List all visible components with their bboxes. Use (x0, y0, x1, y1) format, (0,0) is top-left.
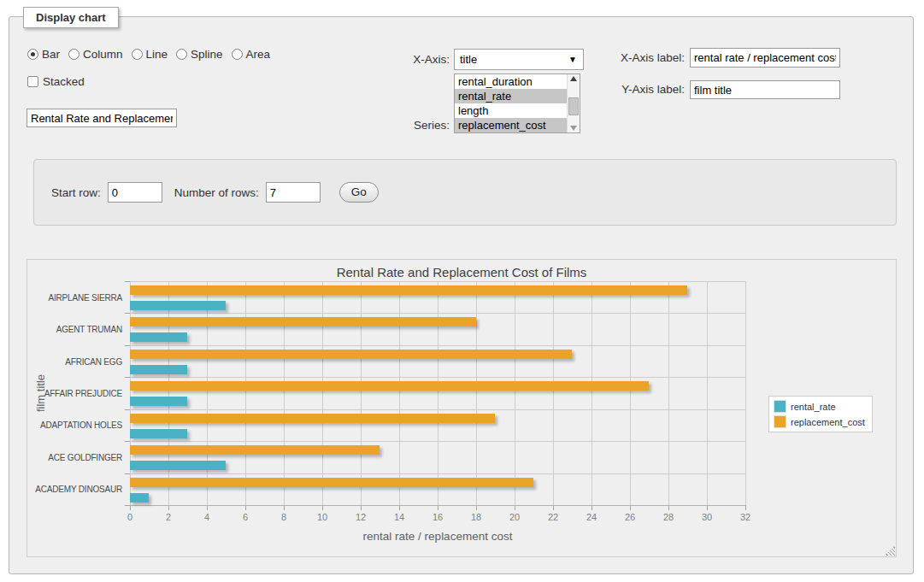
gridline (130, 281, 745, 282)
stacked-label: Stacked (43, 75, 85, 88)
bar-replacement_cost (130, 478, 533, 487)
x-tick-label: 22 (548, 512, 558, 522)
x-axis-select-label: X-Axis: (334, 53, 450, 66)
x-tick-label: 0 (127, 512, 132, 522)
category-label: ACE GOLDFINGER (48, 452, 122, 461)
x-tick-label: 12 (356, 512, 366, 522)
resize-handle-icon[interactable] (885, 545, 895, 556)
series-option[interactable]: length (455, 103, 567, 118)
x-tick-label: 18 (471, 512, 481, 522)
bar-replacement_cost (130, 350, 572, 359)
gridline (130, 473, 745, 474)
y-tick-mark (125, 409, 130, 410)
x-tick-label: 20 (509, 512, 520, 522)
y-axis-label-label: Y-Axis label: (561, 83, 685, 96)
stacked-checkbox[interactable] (27, 76, 38, 87)
chart-type-radio-label: Line (146, 48, 168, 61)
y-tick-mark (125, 441, 130, 442)
stacked-checkbox-row[interactable]: Stacked (27, 75, 85, 88)
y-axis-label-input[interactable] (690, 80, 840, 99)
scroll-down-icon[interactable] (570, 126, 577, 131)
y-tick-mark (125, 281, 130, 282)
radio-icon[interactable] (132, 49, 143, 60)
x-tick-label: 10 (317, 512, 327, 522)
chart-type-radio-column[interactable]: Column (68, 48, 123, 61)
legend-swatch (774, 416, 786, 427)
radio-icon[interactable] (68, 49, 79, 60)
x-tick-label: 24 (586, 512, 597, 522)
gridline (553, 281, 554, 505)
gridline (668, 281, 669, 505)
gridline (438, 281, 438, 505)
category-label: ADAPTATION HOLES (40, 420, 122, 430)
x-tick-label: 28 (663, 512, 674, 522)
gridline (245, 281, 246, 505)
x-tick-label: 32 (740, 512, 750, 522)
gridline (207, 281, 208, 505)
x-axis-label-label: X-Axis label: (561, 51, 685, 64)
x-tick-label: 2 (166, 512, 171, 522)
gridline (745, 281, 746, 505)
legend-item: rental_rate (774, 401, 865, 412)
x-axis-label-input[interactable] (690, 48, 840, 68)
gridline (130, 441, 745, 442)
gridline (476, 281, 477, 505)
gridline (399, 281, 400, 505)
chart-legend: rental_ratereplacement_cost (768, 396, 873, 432)
bar-rental_rate (130, 461, 226, 470)
x-tick-label: 4 (204, 512, 209, 522)
go-button[interactable]: Go (339, 182, 379, 203)
series-select-label: Series: (334, 119, 450, 132)
chart-title-input[interactable] (26, 109, 177, 127)
y-tick-mark (125, 345, 130, 346)
start-row-label: Start row: (51, 186, 101, 199)
legend-label: rental_rate (791, 402, 836, 412)
x-tick-label: 8 (281, 512, 286, 522)
gridline (130, 281, 131, 505)
category-label: AFFAIR PREJUDICE (44, 389, 122, 398)
bar-replacement_cost (130, 414, 495, 423)
gridline (130, 377, 745, 378)
chart-type-radio-spline[interactable]: Spline (176, 48, 223, 61)
chart-container: Rental Rate and Replacement Cost of Film… (26, 259, 897, 557)
y-tick-mark (125, 473, 130, 474)
chart-type-radio-label: Column (83, 48, 123, 61)
start-row-input[interactable] (108, 182, 162, 203)
chart-type-radio-area[interactable]: Area (232, 48, 271, 61)
legend-item: replacement_cost (774, 416, 865, 427)
num-rows-input[interactable] (266, 182, 321, 203)
legend-swatch (774, 401, 786, 412)
series-option[interactable]: replacement_cost (455, 118, 567, 132)
gridline (515, 281, 515, 505)
fieldset-legend: Display chart (23, 7, 119, 28)
bar-replacement_cost (130, 285, 687, 295)
radio-icon[interactable] (232, 49, 243, 60)
gridline (591, 281, 592, 505)
series-option[interactable]: rental_rate (455, 89, 567, 103)
x-axis-selected-value: title (460, 53, 477, 66)
chart-type-radios: BarColumnLineSplineArea (27, 48, 270, 61)
bar-rental_rate (130, 397, 187, 406)
rows-panel: Start row: Number of rows: Go (33, 159, 897, 226)
plot-area: 02468101214161820222426283032AIRPLANE SI… (130, 281, 745, 505)
bar-rental_rate (130, 365, 187, 374)
series-option[interactable]: rental_duration (455, 74, 567, 89)
scrollbar-thumb[interactable] (568, 97, 579, 115)
x-tick-label: 14 (394, 512, 404, 522)
display-chart-fieldset: BarColumnLineSplineArea Stacked X-Axis: … (9, 16, 914, 574)
bar-replacement_cost (130, 381, 649, 391)
radio-icon[interactable] (27, 49, 38, 60)
chart-type-radio-bar[interactable]: Bar (27, 48, 60, 61)
chart-title: Rental Rate and Replacement Cost of Film… (27, 265, 896, 279)
gridline (130, 313, 745, 314)
chart-type-radio-line[interactable]: Line (132, 48, 168, 61)
category-label: AGENT TRUMAN (56, 325, 122, 334)
num-rows-label: Number of rows: (174, 186, 259, 199)
chart-x-axis-label: rental rate / replacement cost (130, 530, 745, 543)
x-tick-label: 30 (702, 512, 712, 522)
category-label: ACADEMY DINOSAUR (35, 485, 122, 494)
y-tick-mark (125, 313, 130, 314)
radio-icon[interactable] (176, 49, 187, 60)
y-tick-mark (125, 505, 130, 506)
scroll-up-icon[interactable] (570, 76, 577, 81)
